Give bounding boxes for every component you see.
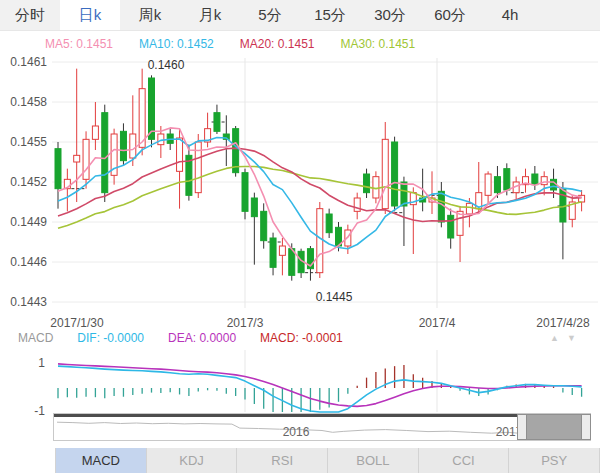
tab-weekly-k[interactable]: 周k <box>120 0 180 30</box>
macd-legend: MACD DIF: -0.0000 DEA: 0.0000 MACD: -0.0… <box>18 331 367 345</box>
ma30-value: MA30: 0.1451 <box>340 37 415 51</box>
indicator-tab-bar: MACD KDJ RSI BOLL CCI PSY <box>55 448 600 473</box>
tab-5min[interactable]: 5分 <box>240 0 300 30</box>
y-axis-label: 0.1461 <box>0 55 47 69</box>
navigator-progress-bar <box>54 414 518 417</box>
x-axis-label: 2017/3 <box>227 316 264 330</box>
tab-macd[interactable]: MACD <box>55 448 147 473</box>
tab-rsi[interactable]: RSI <box>237 448 328 473</box>
tab-psy[interactable]: PSY <box>509 448 600 473</box>
x-axis-label: 2017/4 <box>419 316 456 330</box>
y-axis-label: 0.1452 <box>0 175 47 189</box>
period-tab-bar: 分时 日k 周k 月k 5分 15分 30分 60分 4h <box>0 0 600 31</box>
tab-cci[interactable]: CCI <box>419 448 510 473</box>
tab-monthly-k[interactable]: 月k <box>180 0 240 30</box>
y-axis-label: 0.1446 <box>0 255 47 269</box>
tab-4h[interactable]: 4h <box>480 0 540 30</box>
navigator-right-handle[interactable] <box>581 414 591 440</box>
collapse-up-icon[interactable]: ▲ <box>550 333 559 343</box>
tab-60min[interactable]: 60分 <box>420 0 480 30</box>
ma20-value: MA20: 0.1451 <box>240 37 315 51</box>
dif-value: DIF: -0.0000 <box>77 331 144 345</box>
collapse-down-icon[interactable]: ▼ <box>567 333 576 343</box>
tab-daily-k[interactable]: 日k <box>60 0 120 30</box>
ma10-value: MA10: 0.1452 <box>139 37 214 51</box>
tab-15min[interactable]: 15分 <box>300 0 360 30</box>
ma-legend: MA5: 0.1451 MA10: 0.1452 MA20: 0.1451 MA… <box>45 37 441 51</box>
macd-y-tick: -1 <box>0 404 45 418</box>
x-axis-label: 2017/4/28 <box>536 316 589 330</box>
x-axis-label: 2017/1/30 <box>50 316 103 330</box>
y-axis-label: 0.1455 <box>0 135 47 149</box>
ma5-value: MA5: 0.1451 <box>45 37 113 51</box>
navigator-range-window[interactable] <box>526 414 584 440</box>
high-annotation: 0.1460 <box>148 58 185 72</box>
tab-kdj[interactable]: KDJ <box>147 448 238 473</box>
macd-panel-controls: ▲▼ <box>550 333 584 343</box>
navigator-year-2016: 2016 <box>283 425 310 439</box>
tab-30min[interactable]: 30分 <box>360 0 420 30</box>
macd-panel-title: MACD <box>18 331 53 345</box>
dea-value: DEA: 0.0000 <box>168 331 236 345</box>
tab-timeshare[interactable]: 分时 <box>0 0 60 30</box>
tab-boll[interactable]: BOLL <box>328 448 419 473</box>
y-axis-label: 0.1458 <box>0 95 47 109</box>
kline-chart-app: 分时 日k 周k 月k 5分 15分 30分 60分 4h MA5: 0.145… <box>0 0 600 473</box>
timeline-navigator[interactable]: 2016 2017 <box>53 413 591 441</box>
macd-value: MACD: -0.0001 <box>260 331 343 345</box>
y-axis-label: 0.1443 <box>0 295 47 309</box>
low-annotation: 0.1445 <box>316 290 353 304</box>
macd-y-tick: 1 <box>0 356 45 370</box>
y-axis-label: 0.1449 <box>0 215 47 229</box>
candlestick-and-macd-canvas[interactable] <box>0 0 600 413</box>
